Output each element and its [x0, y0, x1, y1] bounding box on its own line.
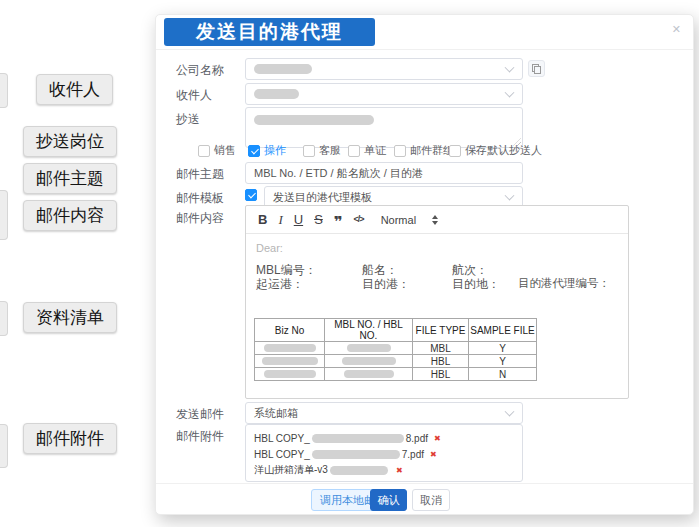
col-biz-no: Biz No [255, 319, 325, 342]
recipient-select[interactable] [245, 83, 523, 105]
redacted-text [312, 434, 404, 443]
cropped-annotation-edge [0, 301, 8, 336]
copy-icon [532, 64, 541, 74]
chevron-down-icon [505, 63, 515, 73]
remove-attachment-icon[interactable]: ✖ [396, 466, 403, 475]
redacted-cell [325, 355, 413, 368]
redacted-cell [325, 368, 413, 381]
chevron-down-icon [505, 407, 515, 417]
redacted-text [254, 89, 299, 99]
italic-icon[interactable]: I [278, 213, 282, 226]
pod-field: 目的港： [362, 276, 410, 293]
company-name-select[interactable] [245, 58, 523, 80]
format-select-arrows-icon [432, 215, 438, 225]
checkbox-save-default-cc[interactable]: 保存默认抄送人 [449, 143, 542, 158]
code-icon[interactable]: </> [354, 215, 364, 224]
redacted-text [330, 466, 388, 475]
send-mail-select[interactable]: 系统邮箱 [245, 402, 523, 424]
checkbox-icon[interactable] [303, 145, 315, 157]
document-list-table: Biz No MBL NO. / HBL NO. FILE TYPE SAMPL… [254, 318, 537, 381]
send-dest-port-agent-dialog: 发送目的港代理 ✕ 公司名称 收件人 抄送 销售 [155, 14, 694, 515]
redacted-text [254, 64, 312, 74]
email-content-editor: B I U S ❞ </> Normal Dear: MBL编号： 船名： 航次… [245, 205, 629, 399]
destination-field: 目的地： [452, 276, 500, 293]
recipient-label: 收件人 [176, 87, 212, 104]
checkbox-checked-icon[interactable] [248, 145, 260, 157]
company-name-label: 公司名称 [176, 62, 224, 79]
redacted-cell [255, 342, 325, 355]
annotation-label-recipient: 收件人 [36, 74, 113, 105]
col-file-type: FILE TYPE [413, 319, 469, 342]
table-row: MBL Y [255, 342, 537, 355]
checkbox-customer-service[interactable]: 客服 [303, 143, 341, 158]
chevron-down-icon [505, 88, 515, 98]
attachment-item: 洋山拼箱清单-v3 ✖ [254, 462, 514, 478]
table-row: HBL Y [255, 355, 537, 368]
template-label: 邮件模板 [176, 190, 224, 207]
col-mbl-hbl-no: MBL NO. / HBL NO. [325, 319, 413, 342]
remove-attachment-icon[interactable]: ✖ [430, 450, 437, 459]
blockquote-icon[interactable]: ❞ [334, 214, 343, 229]
editor-content[interactable]: Dear: MBL编号： 船名： 航次： 起运港： 目的港： 目的地： 目的港代… [246, 234, 628, 399]
cc-label: 抄送 [176, 111, 200, 128]
copy-button[interactable] [528, 60, 545, 77]
pol-field: 起运港： [256, 276, 304, 293]
table-header-row: Biz No MBL NO. / HBL NO. FILE TYPE SAMPL… [255, 319, 537, 342]
redacted-cell [255, 355, 325, 368]
send-mail-label: 发送邮件 [176, 406, 224, 423]
cancel-button[interactable]: 取消 [412, 489, 450, 511]
dest-agent-no-field: 目的港代理编号： [518, 276, 610, 291]
greeting-text: Dear: [256, 242, 283, 254]
table-row: HBL N [255, 368, 537, 381]
title-divider [156, 49, 693, 50]
chevron-down-icon [505, 191, 515, 201]
format-select[interactable]: Normal [381, 214, 438, 226]
editor-toolbar: B I U S ❞ </> Normal [246, 206, 628, 234]
attachments-box: HBL COPY_ 8.pdf ✖ HBL COPY_ 7.pdf ✖ 洋山拼箱… [245, 424, 523, 482]
checkbox-icon[interactable] [348, 145, 360, 157]
annotation-label-content: 邮件内容 [23, 200, 117, 231]
attachment-item: HBL COPY_ 8.pdf ✖ [254, 430, 514, 446]
col-sample-file: SAMPLE FILE [469, 319, 537, 342]
redacted-text [312, 450, 400, 459]
checkbox-operation[interactable]: 操作 [248, 143, 286, 158]
cropped-annotation-edge [0, 190, 8, 240]
cropped-annotation-edge [0, 424, 8, 468]
checkbox-icon[interactable] [394, 145, 406, 157]
bold-icon[interactable]: B [258, 213, 267, 226]
redacted-cell [325, 342, 413, 355]
strikethrough-icon[interactable]: S [314, 213, 323, 226]
checkbox-documentation[interactable]: 单证 [348, 143, 386, 158]
redacted-cell [255, 368, 325, 381]
confirm-button[interactable]: 确认 [370, 489, 407, 511]
template-checkbox-checked-icon[interactable] [245, 189, 257, 201]
remove-attachment-icon[interactable]: ✖ [434, 434, 441, 443]
attachment-item: HBL COPY_ 7.pdf ✖ [254, 446, 514, 462]
attachments-label: 邮件附件 [176, 428, 224, 445]
screenshot-page: 收件人 抄送岗位 邮件主题 邮件内容 资料清单 邮件附件 发送目的港代理 ✕ 公… [0, 0, 699, 527]
cropped-annotation-edge [0, 73, 8, 108]
footer-divider [156, 483, 693, 484]
checkbox-sales[interactable]: 销售 [198, 143, 236, 158]
cc-textarea[interactable] [245, 107, 523, 148]
annotation-label-doc-list: 资料清单 [23, 302, 117, 333]
subject-input[interactable] [245, 162, 523, 184]
redacted-text [254, 115, 374, 125]
subject-label: 邮件主题 [176, 166, 224, 183]
checkbox-mail-group[interactable]: 邮件群组 [394, 143, 454, 158]
annotation-label-cc-position: 抄送岗位 [23, 126, 117, 157]
close-icon[interactable]: ✕ [672, 23, 681, 36]
annotation-label-subject: 邮件主题 [23, 163, 117, 194]
underline-icon[interactable]: U [294, 213, 303, 226]
annotation-label-attachment: 邮件附件 [23, 423, 117, 454]
checkbox-icon[interactable] [198, 145, 210, 157]
dialog-title: 发送目的港代理 [164, 18, 375, 46]
content-label: 邮件内容 [176, 210, 224, 227]
checkbox-icon[interactable] [449, 145, 461, 157]
